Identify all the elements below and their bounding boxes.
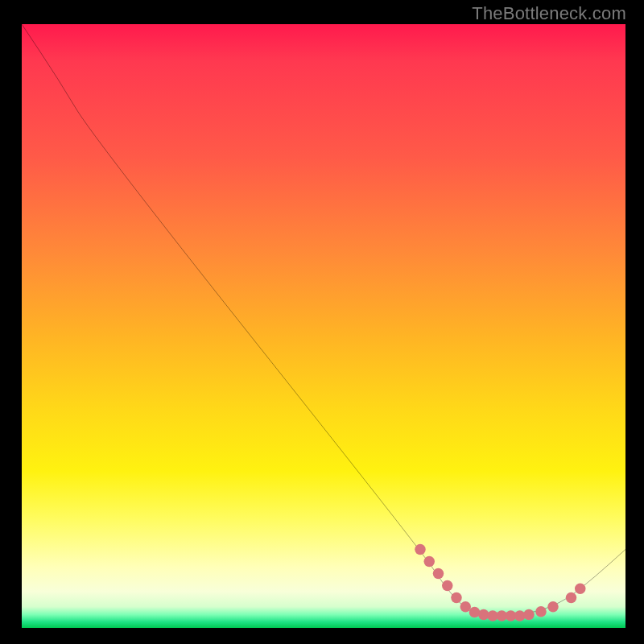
highlight-dots <box>415 544 585 621</box>
highlight-dot <box>523 609 535 621</box>
curve-layer <box>22 24 625 628</box>
highlight-dot <box>566 592 577 604</box>
chart-stage: TheBottleneck.com <box>0 0 644 644</box>
highlight-dot <box>424 556 436 568</box>
watermark-text: TheBottleneck.com <box>472 3 626 24</box>
highlight-dot <box>547 601 559 613</box>
highlight-dot <box>415 544 426 555</box>
highlight-dot <box>575 584 586 595</box>
highlight-dot <box>451 592 462 604</box>
bottleneck-curve <box>22 24 625 614</box>
plot-area <box>22 24 625 628</box>
highlight-dot <box>460 601 472 613</box>
highlight-dot <box>442 580 453 592</box>
highlight-dot <box>433 568 444 580</box>
highlight-dot <box>535 606 547 617</box>
